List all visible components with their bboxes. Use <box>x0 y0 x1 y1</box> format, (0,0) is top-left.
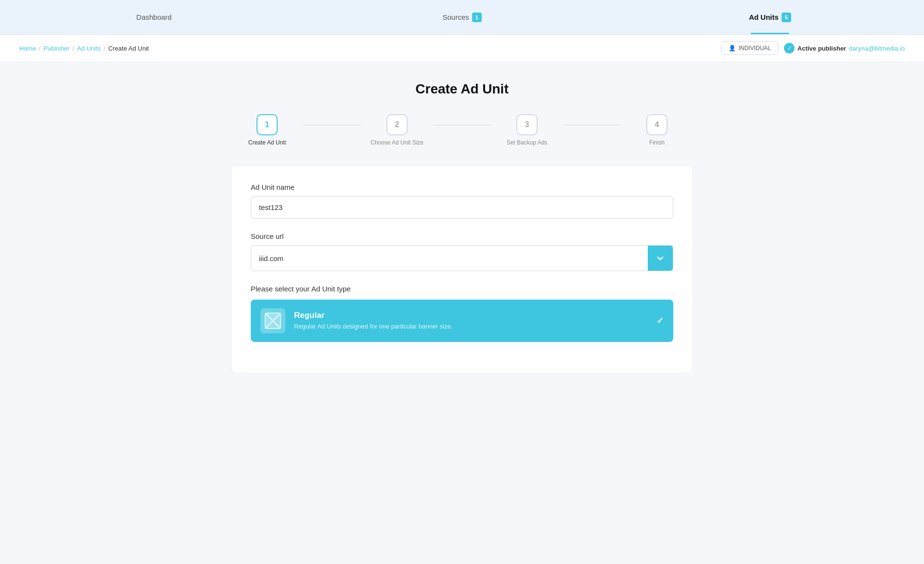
main-content: Create Ad Unit 1 Create Ad Unit 2 Choose… <box>221 62 703 402</box>
step-connector-2 <box>433 125 491 125</box>
breadcrumb: Home / Publisher / Ad Units / Create Ad … <box>19 45 149 52</box>
ad-units-badge: 5 <box>782 13 791 22</box>
breadcrumb-current: Create Ad Unit <box>108 45 149 52</box>
breadcrumb-home[interactable]: Home <box>19 45 36 52</box>
individual-label: INDIVIDUAL <box>739 45 771 52</box>
step-1: 1 Create Ad Unit <box>231 114 303 146</box>
active-publisher-email: daryna@bitmedia.io <box>849 45 905 52</box>
step-connector-3 <box>563 125 621 125</box>
breadcrumb-ad-units[interactable]: Ad Units <box>77 45 101 52</box>
individual-button[interactable]: 👤 INDIVIDUAL <box>721 41 778 55</box>
regular-ad-icon <box>260 308 285 333</box>
step-label-3: Set Backup Ads <box>507 139 548 146</box>
step-circle-2: 2 <box>386 114 408 135</box>
active-publisher-label: Active publisher <box>797 45 846 52</box>
sep-3: / <box>103 45 105 52</box>
ad-type-group: Please select your Ad Unit type Regular … <box>251 285 673 342</box>
ad-type-regular-card[interactable]: Regular Regular Ad Units designed for on… <box>251 300 673 342</box>
sep-1: / <box>39 45 41 52</box>
chevron-down-icon <box>656 254 664 262</box>
sep-2: / <box>73 45 75 52</box>
step-2: 2 Choose Ad Unit Size <box>361 114 433 146</box>
nav-item-dashboard[interactable]: Dashboard <box>0 0 308 34</box>
breadcrumb-right: 👤 INDIVIDUAL ✓ Active publisher daryna@b… <box>721 41 905 55</box>
nav-label-dashboard: Dashboard <box>136 13 171 21</box>
user-icon: 👤 <box>729 45 736 52</box>
stepper: 1 Create Ad Unit 2 Choose Ad Unit Size 3… <box>231 114 693 146</box>
step-4: 4 Finish <box>621 114 693 146</box>
page-title: Create Ad Unit <box>231 81 693 97</box>
step-connector-1 <box>303 125 361 125</box>
source-url-value: iiid.com <box>251 248 648 269</box>
step-label-2: Choose Ad Unit Size <box>371 139 424 146</box>
form-card: Ad Unit name Source url iiid.com Please … <box>231 165 693 373</box>
ad-type-name: Regular <box>294 311 648 320</box>
sources-badge: 1 <box>472 13 482 22</box>
ad-type-desc: Regular Ad Units designed for one partic… <box>294 322 648 331</box>
breadcrumb-publisher[interactable]: Publisher <box>43 45 69 52</box>
step-circle-3: 3 <box>516 114 538 135</box>
ad-unit-name-label: Ad Unit name <box>251 183 673 191</box>
top-nav: Dashboard Sources 1 Ad Units 5 <box>0 0 924 35</box>
ad-unit-name-input[interactable] <box>251 196 673 219</box>
source-url-label: Source url <box>251 232 673 240</box>
source-url-select-wrapper: iiid.com <box>251 245 673 271</box>
step-circle-4: 4 <box>646 114 667 135</box>
source-url-group: Source url iiid.com <box>251 232 673 271</box>
regular-ad-svg <box>264 312 282 329</box>
ad-type-info: Regular Regular Ad Units designed for on… <box>294 311 648 331</box>
ad-type-section-label: Please select your Ad Unit type <box>251 285 673 293</box>
ad-type-check-icon: ✓ <box>656 315 664 326</box>
active-publisher: ✓ Active publisher daryna@bitmedia.io <box>784 43 905 53</box>
check-circle-icon: ✓ <box>784 43 795 53</box>
breadcrumb-bar: Home / Publisher / Ad Units / Create Ad … <box>0 35 924 62</box>
nav-label-ad-units: Ad Units <box>749 13 779 21</box>
step-label-1: Create Ad Unit <box>248 139 286 146</box>
step-circle-1: 1 <box>257 114 278 135</box>
source-url-dropdown-button[interactable] <box>648 246 673 271</box>
nav-item-sources[interactable]: Sources 1 <box>308 0 616 34</box>
step-label-4: Finish <box>649 139 665 146</box>
nav-label-sources: Sources <box>442 13 469 21</box>
nav-item-ad-units[interactable]: Ad Units 5 <box>616 0 924 34</box>
ad-unit-name-group: Ad Unit name <box>251 183 673 219</box>
step-3: 3 Set Backup Ads <box>491 114 563 146</box>
